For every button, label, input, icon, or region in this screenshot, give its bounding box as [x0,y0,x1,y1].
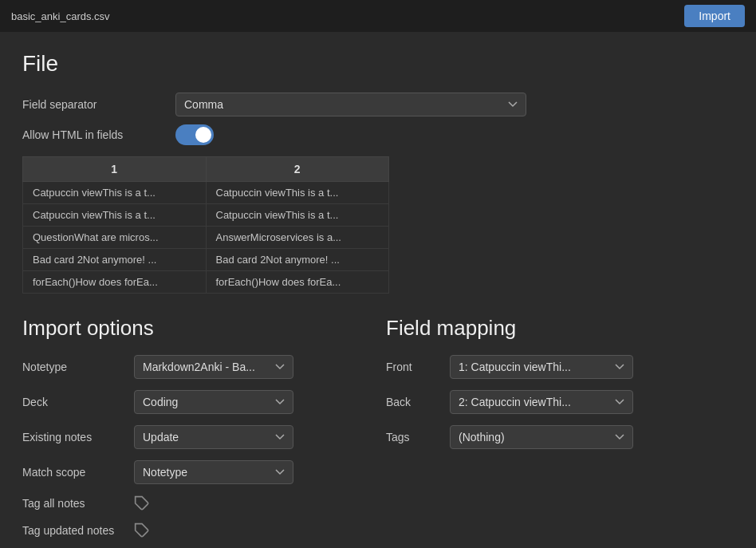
cell: forEach()How does forEa... [23,271,207,294]
match-scope-select[interactable]: Notetype Notetype and deck [134,460,293,484]
preview-table: 1 2 Catpuccin viewThis is a t... Catpucc… [22,156,389,294]
tag-updated-notes-label: Tag updated notes [22,524,126,537]
back-row: Back 1: Catpuccin viewThi... 2: Catpucci… [386,390,734,414]
tag-all-notes-label: Tag all notes [22,497,126,510]
tag-all-notes-row: Tag all notes [22,495,370,511]
back-label: Back [386,396,442,408]
front-row: Front 1: Catpuccin viewThi... 2: Catpucc… [386,355,734,379]
tag-all-notes-icon[interactable] [134,495,150,511]
cell: Bad card 2Not anymore! ... [23,249,207,271]
existing-notes-label: Existing notes [22,431,126,444]
field-separator-row: Field separator Comma Semicolon Tab Spac… [22,93,734,116]
tag-updated-notes-icon[interactable] [134,522,150,538]
existing-notes-row: Existing notes Update Ignore Duplicate [22,425,370,449]
col-header-2: 2 [206,157,389,182]
match-scope-row: Match scope Notetype Notetype and deck [22,460,370,484]
allow-html-label: Allow HTML in fields [22,128,166,141]
file-section-title: File [22,51,734,77]
notetype-row: Notetype Markdown2Anki - Ba... [22,355,370,379]
front-label: Front [386,361,442,373]
cell: Catpuccin viewThis is a t... [23,182,207,204]
deck-row: Deck Coding [22,390,370,414]
col-header-1: 1 [23,157,207,182]
notetype-label: Notetype [22,361,126,373]
field-mapping-options: Front 1: Catpuccin viewThi... 2: Catpucc… [386,355,734,449]
cell: Catpuccin viewThis is a t... [206,182,389,204]
deck-label: Deck [22,396,126,408]
allow-html-row: Allow HTML in fields [22,124,734,145]
back-select[interactable]: 1: Catpuccin viewThi... 2: Catpuccin vie… [450,390,633,414]
table-row: Bad card 2Not anymore! ... Bad card 2Not… [23,249,389,271]
file-options: Field separator Comma Semicolon Tab Spac… [22,93,734,145]
filename-label: basic_anki_cards.csv [11,10,110,22]
table-row: QuestionWhat are micros... AnswerMicrose… [23,227,389,249]
import-options-section: Import options Notetype Markdown2Anki - … [22,316,370,538]
cell: QuestionWhat are micros... [23,227,207,249]
allow-html-toggle[interactable] [175,124,214,145]
tags-select[interactable]: (Nothing) 1: Catpuccin viewThi... 2: Cat… [450,425,633,449]
match-scope-label: Match scope [22,466,126,479]
table-row: Catpuccin viewThis is a t... Catpuccin v… [23,182,389,204]
main-content: File Field separator Comma Semicolon Tab… [0,32,756,548]
field-separator-label: Field separator [22,98,166,111]
import-options-title: Import options [22,316,370,341]
cell: Catpuccin viewThis is a t... [206,204,389,227]
title-bar: basic_anki_cards.csv Import [0,0,756,32]
table-row: forEach()How does forEa... forEach()How … [23,271,389,294]
table-row: Catpuccin viewThis is a t... Catpuccin v… [23,204,389,227]
tags-row: Tags (Nothing) 1: Catpuccin viewThi... 2… [386,425,734,449]
cell: Bad card 2Not anymore! ... [206,249,389,271]
field-mapping-section: Field mapping Front 1: Catpuccin viewThi… [386,316,734,538]
cell: forEach()How does forEa... [206,271,389,294]
existing-notes-select[interactable]: Update Ignore Duplicate [134,425,293,449]
field-separator-select[interactable]: Comma Semicolon Tab Space [175,93,526,116]
cell: AnswerMicroservices is a... [206,227,389,249]
notetype-select[interactable]: Markdown2Anki - Ba... [134,355,293,379]
bottom-grid: Import options Notetype Markdown2Anki - … [22,316,734,538]
import-button[interactable]: Import [684,5,745,27]
import-options: Notetype Markdown2Anki - Ba... Deck Codi… [22,355,370,538]
front-select[interactable]: 1: Catpuccin viewThi... 2: Catpuccin vie… [450,355,633,379]
tag-updated-notes-row: Tag updated notes [22,522,370,538]
tags-label: Tags [386,431,442,444]
cell: Catpuccin viewThis is a t... [23,204,207,227]
field-mapping-title: Field mapping [386,316,734,341]
deck-select[interactable]: Coding [134,390,293,414]
